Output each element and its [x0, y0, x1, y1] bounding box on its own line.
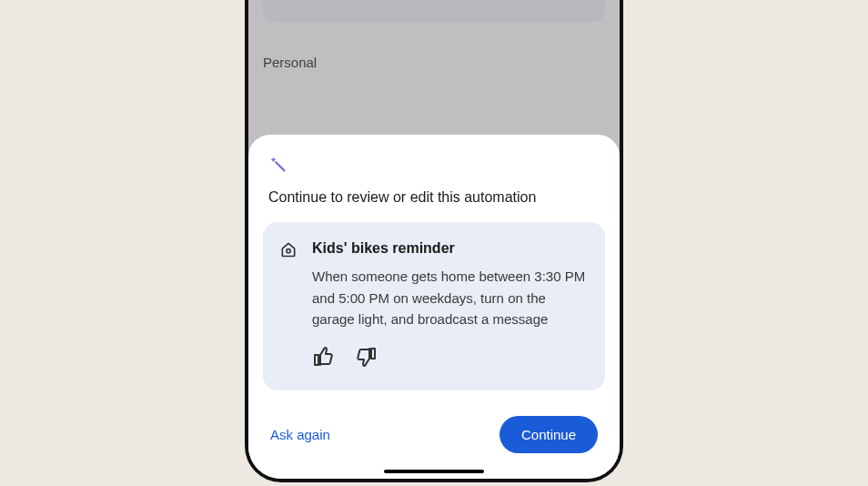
- continue-button[interactable]: Continue: [500, 416, 598, 453]
- home-indicator[interactable]: [384, 470, 484, 473]
- automation-title: Kids' bikes reminder: [312, 240, 589, 257]
- thumbs-up-icon: [312, 357, 334, 370]
- thumbs-down-icon: [356, 357, 378, 370]
- automation-description: When someone gets home between 3:30 PM a…: [312, 266, 589, 329]
- automation-card: Kids' bikes reminder When someone gets h…: [263, 222, 605, 390]
- ask-again-button[interactable]: Ask again: [270, 427, 330, 442]
- thumbs-up-button[interactable]: [310, 344, 336, 372]
- bottom-sheet: Continue to review or edit this automati…: [248, 135, 620, 479]
- thumbs-down-button[interactable]: [354, 344, 379, 372]
- sheet-title: Continue to review or edit this automati…: [268, 189, 605, 206]
- home-icon: [279, 240, 298, 262]
- svg-point-0: [287, 249, 290, 253]
- sparkle-wand-icon: [268, 155, 605, 178]
- phone-frame: 1 starter • 3 actions Personal Continue …: [245, 0, 623, 482]
